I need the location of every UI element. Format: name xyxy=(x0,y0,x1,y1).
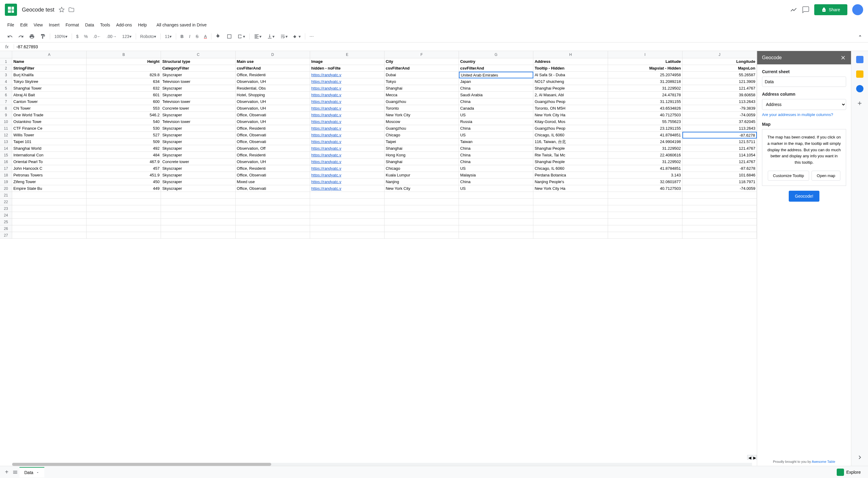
cell[interactable]: Tokyo xyxy=(384,78,459,85)
cell[interactable]: Russia xyxy=(459,119,533,125)
cell[interactable] xyxy=(608,205,682,212)
cell[interactable] xyxy=(682,199,757,205)
cell[interactable]: https://randyatc.v xyxy=(310,92,384,98)
cell[interactable] xyxy=(608,212,682,219)
cell[interactable]: https://randyatc.v xyxy=(310,132,384,138)
cell[interactable] xyxy=(310,219,384,225)
halign-button[interactable]: ▾ xyxy=(251,32,264,41)
cell[interactable]: Nanjing People's xyxy=(533,179,608,185)
cell[interactable]: Rte Twisk, Tai Mc xyxy=(533,152,608,159)
cell[interactable]: China xyxy=(459,145,533,152)
cell[interactable]: One World Trade xyxy=(12,112,87,119)
cell[interactable] xyxy=(682,232,757,239)
cell[interactable]: 113.2643 xyxy=(682,125,757,132)
column-header[interactable]: B xyxy=(87,51,161,58)
cell[interactable]: Observation, UH xyxy=(236,105,310,112)
cell[interactable] xyxy=(533,192,608,199)
cell[interactable]: https://randyatc.v xyxy=(310,159,384,165)
geocode-button[interactable]: Geocode! xyxy=(789,191,819,202)
cell[interactable]: Saudi Arabia xyxy=(459,92,533,98)
cell[interactable]: US xyxy=(459,165,533,172)
cell[interactable] xyxy=(533,225,608,232)
cell[interactable] xyxy=(608,192,682,199)
cell[interactable]: Chicago, IL 6060 xyxy=(533,165,608,172)
strikethrough-button[interactable]: S xyxy=(193,32,201,41)
cell[interactable]: Office, Observati xyxy=(236,138,310,145)
cell[interactable]: US xyxy=(459,112,533,119)
activity-icon[interactable] xyxy=(790,6,797,13)
cell[interactable]: Zifeng Tower xyxy=(12,179,87,185)
menu-format[interactable]: Format xyxy=(63,21,82,29)
cell[interactable] xyxy=(161,192,236,199)
menu-edit[interactable]: Edit xyxy=(18,21,30,29)
cell[interactable]: 829.8 xyxy=(87,72,161,78)
address-column-select[interactable]: Address xyxy=(762,99,846,110)
cell[interactable] xyxy=(459,192,533,199)
cell[interactable]: Malaysia xyxy=(459,172,533,179)
cell[interactable]: 121.5711 xyxy=(682,138,757,145)
cell[interactable] xyxy=(236,205,310,212)
cell[interactable]: Taipei 101 xyxy=(12,138,87,145)
cell[interactable]: Television tower xyxy=(161,119,236,125)
cell[interactable]: Tokyo Skytree xyxy=(12,78,87,85)
undo-button[interactable] xyxy=(5,32,15,41)
column-header[interactable]: I xyxy=(608,51,682,58)
row-header[interactable]: 22 xyxy=(0,199,12,205)
cell[interactable]: MapsLon xyxy=(682,65,757,72)
cell[interactable]: CN Tower xyxy=(12,105,87,112)
cell[interactable]: 41.8784851 xyxy=(608,132,682,138)
cell[interactable] xyxy=(236,212,310,219)
more-button[interactable]: ⋯ xyxy=(307,32,316,41)
menu-insert[interactable]: Insert xyxy=(46,21,62,29)
cell[interactable] xyxy=(533,205,608,212)
cell[interactable]: 546.2 xyxy=(87,112,161,119)
cell[interactable] xyxy=(682,212,757,219)
cell[interactable]: 467.9 xyxy=(87,159,161,165)
cell[interactable] xyxy=(533,199,608,205)
row-header[interactable]: 16 xyxy=(0,159,12,165)
cell[interactable] xyxy=(608,232,682,239)
cell[interactable] xyxy=(87,205,161,212)
cell[interactable]: 40.7127503 xyxy=(608,185,682,192)
cell[interactable]: 37.62045 xyxy=(682,119,757,125)
print-button[interactable] xyxy=(27,32,37,41)
cell[interactable] xyxy=(384,232,459,239)
row-header[interactable]: 25 xyxy=(0,219,12,225)
spreadsheet-grid[interactable]: ABCDEFGHIJ1NameHeightStructural typeMain… xyxy=(0,51,757,466)
column-header[interactable]: D xyxy=(236,51,310,58)
cell[interactable]: Observation, Off xyxy=(236,145,310,152)
document-title[interactable]: Geocode test xyxy=(22,7,54,13)
row-header[interactable]: 11 xyxy=(0,125,12,132)
cell[interactable] xyxy=(608,199,682,205)
row-header[interactable]: 23 xyxy=(0,205,12,212)
cell[interactable] xyxy=(384,192,459,199)
cell[interactable]: International Con xyxy=(12,152,87,159)
cell[interactable]: New York City xyxy=(384,185,459,192)
font-select[interactable]: Roboto ▾ xyxy=(138,32,158,41)
row-header[interactable]: 21 xyxy=(0,192,12,199)
cell[interactable]: Perdana Botanica xyxy=(533,172,608,179)
cell[interactable] xyxy=(12,192,87,199)
cell[interactable]: 527 xyxy=(87,132,161,138)
cell[interactable] xyxy=(310,199,384,205)
cell[interactable]: Shanghai World xyxy=(12,145,87,152)
cell[interactable]: Observation, UH xyxy=(236,159,310,165)
cell[interactable]: csvFilterAnd xyxy=(459,65,533,72)
row-header[interactable]: 9 xyxy=(0,112,12,119)
rotate-button[interactable]: ▾ xyxy=(291,32,303,41)
cell[interactable]: https://randyatc.v xyxy=(310,85,384,92)
cell[interactable]: 121.4767 xyxy=(682,145,757,152)
cell[interactable]: 553 xyxy=(87,105,161,112)
cell[interactable]: New York City Ha xyxy=(533,112,608,119)
cell[interactable] xyxy=(12,232,87,239)
cell[interactable]: https://randyatc.v xyxy=(310,145,384,152)
cell[interactable]: 31.229502 xyxy=(608,85,682,92)
cell[interactable]: Mixed use xyxy=(236,179,310,185)
cell[interactable]: City xyxy=(384,58,459,65)
cell[interactable] xyxy=(87,192,161,199)
cell[interactable]: Latitude xyxy=(608,58,682,65)
cell[interactable]: Television tower xyxy=(161,98,236,105)
cell[interactable]: 601 xyxy=(87,92,161,98)
cell[interactable] xyxy=(161,212,236,219)
cell[interactable]: Skyscraper xyxy=(161,179,236,185)
